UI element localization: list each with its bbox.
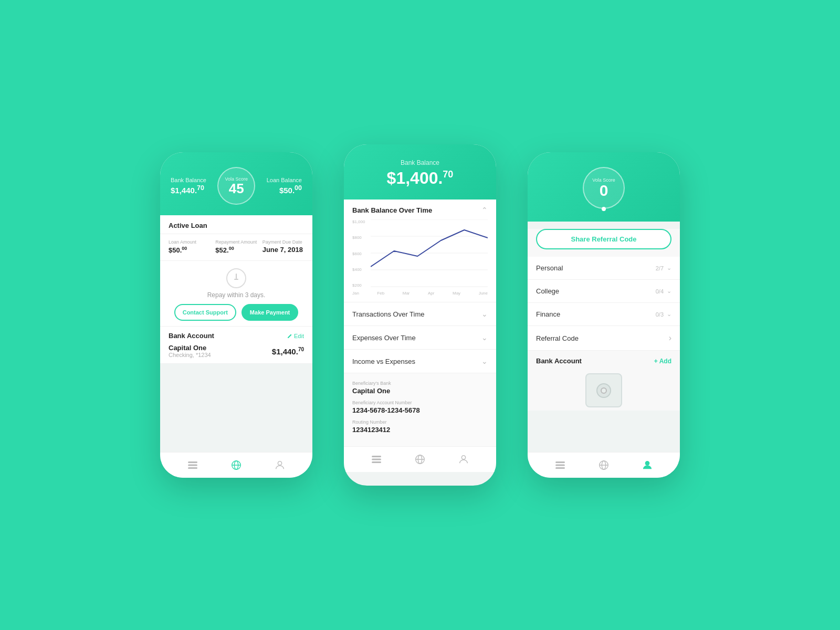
loan-balance-amount: $50.00 — [267, 184, 302, 195]
edit-button[interactable]: Edit — [287, 333, 304, 339]
bank-account-title: Bank Account — [169, 332, 214, 340]
transactions-accordion[interactable]: Transactions Over Time ⌄ — [344, 302, 496, 326]
bank-name: Capital One — [169, 344, 211, 352]
vola-score-dot — [602, 207, 606, 211]
chart-title: Bank Balance Over Time — [352, 206, 432, 214]
safe-icon-area — [528, 368, 680, 411]
expenses-chevron-icon: ⌄ — [481, 333, 488, 342]
referral-menu-item[interactable]: Referral Code › — [528, 326, 680, 351]
loan-amount-value: $50.00 — [169, 246, 210, 254]
nav-user-icon[interactable] — [272, 458, 287, 472]
safe-box-icon — [585, 373, 622, 407]
p1-bank-balance: Bank Balance $1,440.70 — [171, 177, 206, 195]
bank-row: Capital One Checking, *1234 $1,440.70 — [169, 344, 304, 358]
income-accordion[interactable]: Income vs Expenses ⌄ — [344, 350, 496, 373]
p2-nav-list-icon[interactable] — [369, 452, 384, 467]
finance-label: Finance — [536, 310, 560, 318]
personal-menu-item[interactable]: Personal 2/7 ⌄ — [528, 257, 680, 280]
expenses-label: Expenses Over Time — [352, 334, 416, 342]
loan-balance-label: Loan Balance — [267, 177, 302, 183]
routing-label: Routing Number — [352, 419, 488, 425]
finance-menu-item[interactable]: Finance 0/3 ⌄ — [528, 303, 680, 326]
bank-sub: Checking, *1234 — [169, 352, 211, 358]
p3-header: Vola Score 0 — [528, 152, 680, 222]
p2-nav-globe-icon[interactable] — [413, 452, 427, 467]
beneficiary-bank-value: Capital One — [352, 387, 488, 395]
income-label: Income vs Expenses — [352, 358, 415, 365]
beneficiary-bank-label: Beneficiary's Bank — [352, 381, 488, 386]
svg-rect-21 — [555, 468, 564, 469]
contact-support-button[interactable]: Contact Support — [174, 304, 236, 321]
vola-score-label: Vola Score — [225, 176, 248, 182]
svg-rect-13 — [372, 459, 381, 460]
loan-amount-label: Loan Amount — [169, 239, 210, 245]
transactions-chevron-icon: ⌄ — [481, 310, 488, 318]
account-number-label: Beneficiary Account Number — [352, 400, 488, 405]
college-menu-item[interactable]: College 0/4 ⌄ — [528, 280, 680, 303]
nav-globe-icon[interactable] — [229, 458, 244, 472]
college-chevron-icon: ⌄ — [667, 288, 671, 295]
p3-vola-score-value: 0 — [600, 183, 608, 198]
bank-section: Bank Account Edit Capital One Checking, … — [160, 327, 312, 364]
income-chevron-icon: ⌄ — [481, 357, 488, 365]
expenses-accordion[interactable]: Expenses Over Time ⌄ — [344, 326, 496, 350]
vola-score-value: 45 — [229, 182, 244, 195]
svg-rect-19 — [555, 462, 564, 463]
routing-value: 1234123412 — [352, 426, 488, 434]
p2-header: Bank Balance $1,400.70 — [344, 144, 496, 200]
college-label: College — [536, 287, 559, 295]
personal-chevron-icon: ⌄ — [667, 265, 671, 271]
referral-chevron-icon: › — [669, 333, 671, 343]
college-badge: 0/4 — [656, 288, 664, 295]
make-payment-button[interactable]: Make Payment — [242, 304, 298, 321]
phone-2: Bank Balance $1,400.70 Bank Balance Over… — [344, 144, 496, 486]
repayment-item: Repayment Amount $52.00 — [215, 239, 257, 254]
p1-loan-balance: Loan Balance $50.00 — [267, 177, 302, 195]
personal-badge: 2/7 — [656, 265, 664, 271]
bank-account-title: Bank Account — [536, 357, 582, 365]
p2-nav-user-icon[interactable] — [456, 452, 471, 467]
share-referral-button[interactable]: Share Referral Code — [536, 229, 671, 249]
phone-1: Bank Balance $1,440.70 Vola Score 45 Loa… — [160, 152, 312, 478]
p2-balance-label: Bank Balance — [401, 159, 439, 166]
chart-section: Bank Balance Over Time ⌃ $1,000 $800 $60… — [344, 200, 496, 302]
finance-badge: 0/3 — [656, 311, 664, 318]
finance-chevron-icon: ⌄ — [667, 311, 671, 318]
loan-details: Loan Amount $50.00 Repayment Amount $52.… — [160, 234, 312, 261]
menu-list: Personal 2/7 ⌄ College 0/4 ⌄ Finance — [528, 257, 680, 351]
p1-nav — [160, 452, 312, 478]
chart-y-labels: $1,000 $800 $600 $400 $200 — [352, 219, 365, 288]
safe-dial — [596, 383, 611, 398]
clock-icon — [226, 268, 246, 288]
p1-body: Active Loan Loan Amount $50.00 Repayment… — [160, 215, 312, 364]
svg-point-25 — [646, 461, 649, 465]
due-date-label: Payment Due Date — [262, 239, 304, 245]
bank-balance-label: Bank Balance — [171, 177, 206, 183]
svg-rect-1 — [188, 465, 197, 466]
add-button[interactable]: + Add — [654, 358, 671, 365]
bank-balance-amount: $1,440.70 — [171, 184, 206, 195]
active-loan-title: Active Loan — [160, 215, 312, 234]
personal-label: Personal — [536, 264, 563, 272]
p3-nav-list-icon[interactable] — [553, 458, 568, 472]
nav-list-icon[interactable] — [185, 458, 200, 472]
due-date-value: June 7, 2018 — [262, 246, 304, 254]
svg-point-6 — [278, 461, 282, 465]
p3-nav-globe-icon[interactable] — [596, 458, 611, 472]
repay-section: Repay within 3 days. Contact Support Mak… — [160, 261, 312, 327]
p3-nav — [528, 452, 680, 478]
repayment-value: $52.00 — [215, 246, 257, 254]
bank-info: Capital One Checking, *1234 — [169, 344, 211, 358]
svg-rect-20 — [555, 465, 564, 466]
college-right: 0/4 ⌄ — [656, 288, 671, 295]
loan-amount-item: Loan Amount $50.00 — [169, 239, 210, 254]
svg-point-18 — [462, 456, 466, 459]
svg-rect-0 — [188, 462, 197, 463]
account-number-value: 1234-5678-1234-5678 — [352, 406, 488, 414]
bank-amount: $1,440.70 — [272, 346, 304, 356]
repay-text: Repay within 3 days. — [207, 291, 266, 299]
svg-rect-12 — [372, 456, 381, 457]
chart-chevron-icon[interactable]: ⌃ — [481, 206, 488, 214]
p3-nav-user-icon[interactable] — [640, 458, 655, 472]
p3-body: Share Referral Code Personal 2/7 ⌄ Colle… — [528, 229, 680, 411]
